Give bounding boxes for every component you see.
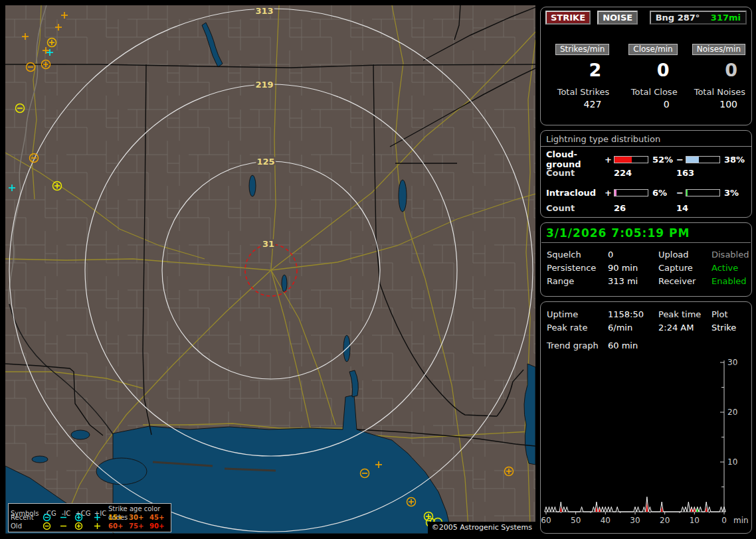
squelch-value: 0 — [608, 250, 658, 260]
ring-label-31: 31 — [262, 239, 274, 249]
y-tick-label: 30 — [727, 358, 737, 367]
bearing-display: Bng 287° 317mi — [650, 11, 747, 25]
noises-per-min-value: 0 — [683, 55, 745, 87]
intracloud-count-row: Count 26 14 — [541, 200, 751, 215]
ring-label-219: 219 — [255, 80, 273, 90]
age-code-75plus: 75+ — [129, 522, 149, 530]
persistence-label: Persistence — [547, 263, 608, 273]
minus-sign: − — [676, 155, 686, 165]
cloud-ground-spike — [595, 507, 598, 512]
ic-minus-bar — [686, 189, 720, 196]
peak-rate-value: 6/min — [608, 323, 658, 333]
x-tick-label: 40 — [601, 516, 611, 525]
ring-label-313: 313 — [255, 6, 273, 16]
total-noises-value: 100 — [683, 98, 745, 111]
cloud-ground-spike — [646, 502, 648, 512]
strike-button[interactable]: STRIKE — [545, 11, 591, 25]
lightning-map[interactable]: 313 219 125 31 Symbols -CG -IC +CG +IC S… — [5, 5, 535, 534]
legend-row-label: Recent — [11, 513, 42, 522]
cloud-ground-spike — [560, 507, 563, 512]
peak-time-label: Peak time — [658, 309, 711, 319]
total-strikes-value: 427 — [547, 98, 609, 111]
legend-circle-plus-icon — [74, 522, 84, 530]
bearing-label: Bng 287° — [656, 13, 700, 23]
noise-button[interactable]: NOISE — [597, 11, 638, 25]
cloud-ground-row: Cloud-ground + 52% − 38% — [541, 149, 751, 165]
plot-mode-value: Strike — [711, 323, 754, 333]
ic-minus-count: 14 — [676, 203, 748, 213]
cg-plus-pct: 52% — [650, 155, 676, 165]
y-tick-label: 10 — [727, 457, 737, 467]
minus-sign: − — [676, 188, 686, 198]
plus-sign: + — [605, 155, 614, 165]
ic-minus-pct: 3% — [721, 188, 748, 198]
strikes-column: Strikes/min 2 Total Strikes 427 — [547, 42, 609, 111]
trend-graph-window: 60 min — [608, 341, 658, 350]
intracloud-label: Intracloud — [546, 188, 605, 198]
settings-row: Persistence 90 min Capture Active — [541, 261, 751, 274]
strikes-per-min-value: 2 — [547, 55, 609, 87]
settings-row: Squelch 0 Upload Disabled — [541, 248, 751, 261]
age-code-15plus: 15+ — [108, 513, 129, 522]
peak-time-value: 2:24 AM — [658, 323, 711, 333]
settings-row: Range 313 mi Receiver Enabled — [541, 274, 751, 287]
legend-symbol-cell — [58, 522, 74, 530]
age-code-60plus: 60+ — [108, 522, 129, 530]
total-noises-label: Total Noises — [683, 87, 745, 98]
legend-symbol-cell — [92, 522, 108, 530]
legend-plus-icon — [92, 513, 102, 522]
status-row: Peak rate 6/min 2:24 AM Strike — [541, 321, 751, 334]
close-column: Close/min 0 Total Close 0 — [614, 42, 677, 111]
map-canvas: 313 219 125 31 — [5, 5, 535, 534]
cg-minus-pct: 38% — [721, 155, 748, 165]
status-row: Uptime 1158:50 Peak time Plot — [541, 307, 751, 321]
upload-status: Disabled — [711, 250, 754, 260]
legend-symbol-cell — [42, 513, 58, 522]
close-per-min-chip: Close/min — [628, 44, 677, 55]
cloud-ground-count-row: Count 224 163 — [541, 165, 751, 180]
legend-circle-plus-icon — [74, 513, 84, 522]
plus-sign: + — [605, 188, 614, 198]
intracloud-spike — [696, 507, 699, 512]
x-tick-label: 50 — [571, 516, 581, 525]
noises-column: Noises/min 0 Total Noises 100 — [683, 42, 745, 111]
cloud-ground-spike — [705, 507, 708, 512]
time-settings-box: 3/1/2026 7:05:19 PM Squelch 0 Upload Dis… — [540, 222, 752, 297]
total-strikes-label: Total Strikes — [547, 87, 609, 98]
x-tick-label: 20 — [660, 516, 670, 525]
legend-symbol-cell — [42, 522, 58, 530]
datetime-display: 3/1/2026 7:05:19 PM — [541, 223, 751, 242]
legend-old-row: Old60+75+90+ — [11, 522, 169, 530]
cg-minus-count: 163 — [676, 168, 748, 178]
x-tick-label: 30 — [630, 516, 640, 525]
capture-status: Active — [711, 263, 754, 273]
range-label: Range — [547, 276, 608, 286]
cg-plus-bar — [614, 156, 648, 163]
count-label: Count — [546, 168, 605, 178]
trend-total-line — [545, 497, 725, 512]
cg-minus-bar — [686, 156, 720, 163]
cloud-ground-spike — [690, 507, 693, 512]
close-per-min-value: 0 — [614, 55, 677, 87]
legend-circle-minus-icon — [42, 522, 52, 530]
capture-label: Capture — [658, 263, 711, 273]
cloud-ground-spike — [599, 507, 601, 512]
x-axis-unit: min — [733, 516, 749, 525]
x-tick-label: 10 — [690, 516, 700, 525]
uptime-label: Uptime — [547, 309, 608, 319]
legend-recent-row: Recent15+30+45+ — [11, 513, 169, 522]
noises-per-min-chip: Noises/min — [692, 44, 745, 55]
peak-rate-label: Peak rate — [547, 323, 608, 333]
cloud-ground-spike — [660, 507, 663, 512]
legend-symbol-cell — [92, 513, 108, 522]
ic-plus-pct: 6% — [650, 188, 676, 198]
ic-plus-bar — [614, 189, 648, 196]
trend-graph-label: Trend graph — [547, 341, 608, 350]
bearing-range: 317mi — [711, 13, 741, 23]
x-tick-label: 0 — [721, 516, 727, 525]
total-close-value: 0 — [614, 98, 677, 111]
plot-label: Plot — [711, 309, 754, 319]
copyright-text: ©2005 Astrogenic Systems — [428, 522, 535, 534]
range-value: 313 mi — [608, 276, 658, 286]
cloud-ground-spike — [694, 507, 696, 512]
